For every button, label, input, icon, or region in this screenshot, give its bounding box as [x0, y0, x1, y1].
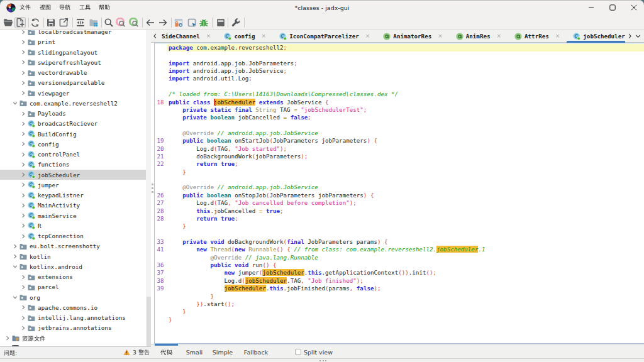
- chevron-right-icon[interactable]: [21, 285, 26, 290]
- code-view-tab-Smali[interactable]: Smali: [180, 344, 209, 358]
- tree-item-R[interactable]: R: [0, 221, 151, 231]
- chevron-right-icon[interactable]: [21, 90, 26, 96]
- tree-item-print[interactable]: print: [0, 37, 151, 47]
- chevron-right-icon[interactable]: [21, 70, 26, 75]
- tree-item-MainActivity[interactable]: MainActivity: [0, 200, 151, 211]
- chevron-right-icon[interactable]: [21, 152, 26, 157]
- editor-tab-config[interactable]: config×: [218, 30, 273, 42]
- chevron-right-icon[interactable]: [21, 40, 26, 45]
- tree-item-com.example.reverseshell2[interactable]: com.example.reverseshell2: [0, 98, 151, 108]
- tabs-scroll-left[interactable]: [151, 30, 159, 42]
- chevron-right-icon[interactable]: [21, 162, 26, 167]
- class-search-icon[interactable]: [116, 18, 126, 28]
- tree-item-资源文件[interactable]: [0, 333, 151, 343]
- chevron-right-icon[interactable]: [21, 131, 26, 136]
- chevron-down-icon[interactable]: [13, 101, 18, 106]
- chevron-down-icon[interactable]: [13, 264, 18, 269]
- tabs-scroll-right[interactable]: [626, 33, 634, 39]
- chevron-right-icon[interactable]: [21, 30, 26, 35]
- close-button[interactable]: [626, 0, 641, 15]
- tab-close-icon[interactable]: ×: [365, 33, 370, 39]
- code-view-tab-代码[interactable]: [155, 344, 178, 358]
- tree-item-keypadListner[interactable]: keypadListner: [0, 190, 151, 200]
- open-file-icon[interactable]: [3, 18, 13, 28]
- chevron-right-icon[interactable]: [21, 213, 26, 218]
- warnings-badge[interactable]: 3: [123, 349, 150, 356]
- minimize-button[interactable]: [584, 0, 599, 15]
- tree-item-tcpConnection[interactable]: tcpConnection: [0, 231, 151, 241]
- menu-navigation[interactable]: [59, 4, 70, 11]
- tree-item-mainService[interactable]: mainService: [0, 211, 151, 221]
- menu-view[interactable]: [40, 4, 51, 11]
- chevron-right-icon[interactable]: [21, 80, 26, 85]
- save-all-icon[interactable]: [46, 18, 56, 28]
- tree-item-localbroadcastmanager[interactable]: localbroadcastmanager: [0, 30, 151, 37]
- open-main-activity-icon[interactable]: [174, 18, 184, 28]
- tree-item-org[interactable]: org: [0, 292, 151, 302]
- tab-close-icon[interactable]: ×: [555, 33, 560, 39]
- code-editor[interactable]: package com.example.reverseshell2;import…: [154, 43, 644, 344]
- tree-scrollbar-thumb[interactable]: [147, 297, 151, 346]
- code-view-tab-Fallback[interactable]: Fallback: [238, 344, 274, 358]
- splitter-handle[interactable]: [152, 184, 154, 195]
- code-view-tab-Simple[interactable]: Simple: [206, 344, 239, 358]
- tab-close-icon[interactable]: ×: [262, 33, 267, 39]
- tree-item-slidingpanelayout[interactable]: slidingpanelayout: [0, 47, 151, 57]
- log-viewer-icon[interactable]: [216, 18, 226, 28]
- chevron-right-icon[interactable]: [21, 193, 26, 198]
- comment-search-icon[interactable]: [129, 18, 139, 28]
- chevron-right-icon[interactable]: [21, 203, 26, 208]
- chevron-right-icon[interactable]: [21, 275, 26, 280]
- editor-tab-AttrRes[interactable]: AttrRes×: [508, 30, 567, 42]
- tree-item-config[interactable]: config: [0, 139, 151, 149]
- select-in-tree-icon[interactable]: [187, 18, 197, 28]
- editor-tab-jobScheduler[interactable]: jobScheduler: [567, 30, 625, 42]
- reload-icon[interactable]: [30, 18, 40, 28]
- tab-close-icon[interactable]: ×: [438, 33, 443, 39]
- deobfuscation-icon[interactable]: [75, 18, 86, 28]
- tree-item-vectordrawable[interactable]: vectordrawable: [0, 68, 151, 78]
- chevron-right-icon[interactable]: [21, 326, 26, 331]
- chevron-right-icon[interactable]: [13, 244, 18, 249]
- chevron-down-icon[interactable]: [13, 295, 18, 300]
- chevron-right-icon[interactable]: [13, 254, 18, 259]
- chevron-right-icon[interactable]: [21, 315, 26, 321]
- chevron-right-icon[interactable]: [21, 121, 26, 126]
- tree-item-parcel[interactable]: parcel: [0, 282, 151, 292]
- editor-tab-AnimatorRes[interactable]: AnimatorRes×: [377, 30, 449, 42]
- tree-item-Payloads[interactable]: Payloads: [0, 109, 151, 119]
- chevron-right-icon[interactable]: [21, 234, 26, 239]
- chevron-right-icon[interactable]: [21, 60, 26, 65]
- tree-item-controlPanel[interactable]: controlPanel: [0, 150, 151, 160]
- tree-item-broadcastReciever[interactable]: broadcastReciever: [0, 119, 151, 129]
- chevron-right-icon[interactable]: [21, 182, 26, 187]
- maximize-button[interactable]: [605, 0, 620, 15]
- tree-item-extensions[interactable]: extensions: [0, 272, 151, 282]
- tab-close-icon[interactable]: ×: [206, 33, 211, 39]
- tree-item-jetbrains.annotations[interactable]: jetbrains.annotations: [0, 323, 151, 333]
- text-search-icon[interactable]: [104, 18, 114, 28]
- tree-item-kotlinx.android[interactable]: kotlinx.android: [0, 261, 151, 272]
- tree-item-swiperefreshlayout[interactable]: swiperefreshlayout: [0, 57, 151, 67]
- tree-item-viewpager[interactable]: viewpager: [0, 88, 151, 98]
- tree-item-versionedparcelable[interactable]: versionedparcelable: [0, 78, 151, 88]
- tree-item-apache.commons.io[interactable]: apache.commons.io: [0, 302, 151, 312]
- add-files-icon[interactable]: [15, 18, 25, 28]
- tree-item-BuildConfig[interactable]: BuildConfig: [0, 129, 151, 139]
- chevron-right-icon[interactable]: [21, 111, 26, 116]
- tree-scrollbar[interactable]: [146, 30, 151, 346]
- menu-help[interactable]: [99, 4, 110, 11]
- menu-tools[interactable]: [79, 4, 91, 11]
- editor-tab-SideChannel[interactable]: SideChannel×: [159, 30, 218, 42]
- tab-close-icon[interactable]: ×: [496, 33, 501, 39]
- tree-item-kotlin[interactable]: kotlin: [0, 251, 151, 261]
- tree-item-jumper[interactable]: jumper: [0, 180, 151, 190]
- tabs-list-dropdown[interactable]: [634, 34, 642, 38]
- export-icon[interactable]: [58, 18, 69, 28]
- chevron-right-icon[interactable]: [5, 336, 10, 341]
- chevron-right-icon[interactable]: [21, 305, 26, 310]
- menu-file[interactable]: [19, 4, 31, 11]
- tree-item-eu.bolt.screenshotty[interactable]: eu.bolt.screenshotty: [0, 241, 151, 251]
- chevron-right-icon[interactable]: [21, 50, 26, 55]
- back-icon[interactable]: [145, 18, 155, 28]
